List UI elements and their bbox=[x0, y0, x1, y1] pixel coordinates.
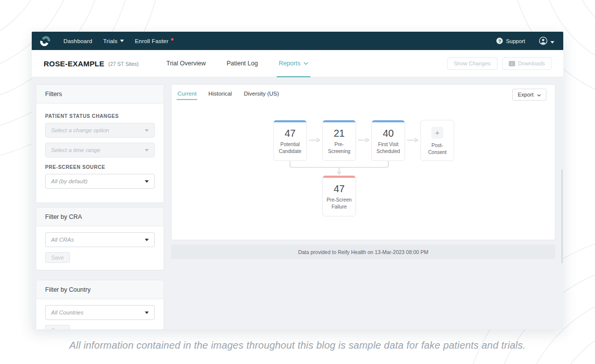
user-avatar-icon bbox=[539, 37, 547, 45]
stage-label: Pre-Screen Failure bbox=[323, 197, 356, 210]
funnel-connectors bbox=[172, 85, 556, 241]
country-save-button[interactable]: Save bbox=[45, 325, 70, 329]
stage-accent-bar bbox=[274, 120, 306, 122]
download-folder-icon: ↓ bbox=[509, 61, 515, 66]
tab-patient-log[interactable]: Patient Log bbox=[227, 50, 258, 77]
support-link[interactable]: ? Support bbox=[496, 38, 525, 44]
country-panel-title: Filter by Country bbox=[36, 280, 164, 299]
cra-save-button[interactable]: Save bbox=[45, 252, 70, 263]
notification-dot-icon bbox=[171, 38, 174, 41]
top-navbar: Dashboard Trials Enroll Faster ? Support bbox=[32, 32, 563, 50]
nav-item-dashboard[interactable]: Dashboard bbox=[63, 38, 92, 44]
chevron-down-icon bbox=[303, 62, 308, 65]
stage-label: First Visit Scheduled bbox=[372, 141, 405, 155]
report-card: Current Historical Diversity (US) Export bbox=[171, 84, 555, 240]
stage-card-post-consent: + Post-Consent bbox=[420, 120, 454, 161]
patient-status-changes-label: PATIENT STATUS CHANGES bbox=[45, 113, 155, 119]
select-caret-icon bbox=[145, 312, 149, 314]
stage-label: Post-Consent bbox=[421, 142, 454, 156]
nav-item-trials[interactable]: Trials bbox=[103, 38, 124, 44]
add-plus-icon[interactable]: + bbox=[431, 127, 443, 139]
select-caret-icon bbox=[145, 239, 149, 241]
sites-count-label: (27 ST Sites) bbox=[108, 61, 138, 67]
select-caret-icon bbox=[145, 180, 149, 183]
stage-count: 47 bbox=[274, 128, 306, 139]
blog-caption: All information contained in the images … bbox=[0, 340, 595, 351]
app-window: Dashboard Trials Enroll Faster ? Support bbox=[32, 32, 563, 329]
trial-tabs: Trial Overview Patient Log Reports bbox=[167, 50, 329, 77]
pre-screen-source-select[interactable]: All (by default) bbox=[45, 174, 155, 189]
show-changes-button[interactable]: Show Changes bbox=[447, 57, 497, 70]
stage-accent-bar bbox=[323, 176, 356, 178]
report-tabs: Current Historical Diversity (US) bbox=[172, 85, 555, 100]
cra-panel-title: Filter by CRA bbox=[36, 208, 164, 226]
stage-card-pre-screening: 21 Pre-Screening bbox=[322, 120, 356, 161]
filters-panel: Filters PATIENT STATUS CHANGES Select a … bbox=[36, 84, 164, 203]
stage-card-potential-candidate: 47 Potential Candidate bbox=[273, 120, 307, 161]
data-provided-note: Data provided to Reify Health on 13-Mar-… bbox=[171, 245, 555, 259]
content-area: Filters PATIENT STATUS CHANGES Select a … bbox=[32, 77, 563, 329]
nav-item-enroll-faster[interactable]: Enroll Faster bbox=[135, 38, 174, 44]
export-button[interactable]: Export bbox=[512, 89, 546, 101]
cra-select[interactable]: All CRAs bbox=[45, 232, 155, 247]
vertical-scrollbar[interactable] bbox=[561, 169, 563, 263]
filter-by-country-panel: Filter by Country All Countries Save bbox=[36, 280, 164, 329]
filters-panel-title: Filters bbox=[36, 85, 164, 104]
tab-trial-overview[interactable]: Trial Overview bbox=[167, 50, 206, 77]
change-option-select[interactable]: Select a change option bbox=[45, 123, 155, 138]
chevron-down-icon bbox=[120, 40, 124, 42]
stage-count: 47 bbox=[323, 183, 356, 195]
stage-accent-bar bbox=[372, 120, 405, 122]
page-title: ROSE-EXAMPLE bbox=[44, 59, 104, 68]
pre-screen-source-label: PRE-SCREEN SOURCE bbox=[45, 164, 155, 170]
tab-historical[interactable]: Historical bbox=[207, 91, 233, 100]
user-menu[interactable] bbox=[539, 37, 554, 46]
chevron-down-icon bbox=[537, 92, 541, 98]
filter-by-cra-panel: Filter by CRA All CRAs Save bbox=[36, 207, 164, 270]
stage-count: 21 bbox=[323, 128, 356, 139]
trial-header: ROSE-EXAMPLE (27 ST Sites) Trial Overvie… bbox=[32, 50, 563, 77]
select-caret-icon bbox=[145, 149, 149, 152]
help-question-icon: ? bbox=[496, 38, 503, 44]
country-select[interactable]: All Countries bbox=[45, 305, 155, 320]
chevron-down-icon bbox=[550, 37, 554, 46]
stage-count: 40 bbox=[372, 128, 405, 139]
downloads-button[interactable]: ↓ Downloads bbox=[502, 57, 551, 70]
time-range-select[interactable]: Select a time range bbox=[45, 143, 155, 157]
stage-accent-bar bbox=[323, 120, 356, 122]
tab-reports[interactable]: Reports bbox=[279, 50, 308, 77]
stage-label: Pre-Screening bbox=[323, 141, 356, 155]
tab-current[interactable]: Current bbox=[177, 91, 197, 100]
studyteam-logo-icon bbox=[39, 35, 52, 48]
select-caret-icon bbox=[145, 129, 149, 132]
tab-diversity-us[interactable]: Diversity (US) bbox=[243, 91, 280, 100]
stage-card-pre-screen-failure: 47 Pre-Screen Failure bbox=[322, 175, 356, 216]
stage-label: Potential Candidate bbox=[274, 141, 306, 155]
stage-card-first-visit-scheduled: 40 First Visit Scheduled bbox=[371, 120, 405, 161]
